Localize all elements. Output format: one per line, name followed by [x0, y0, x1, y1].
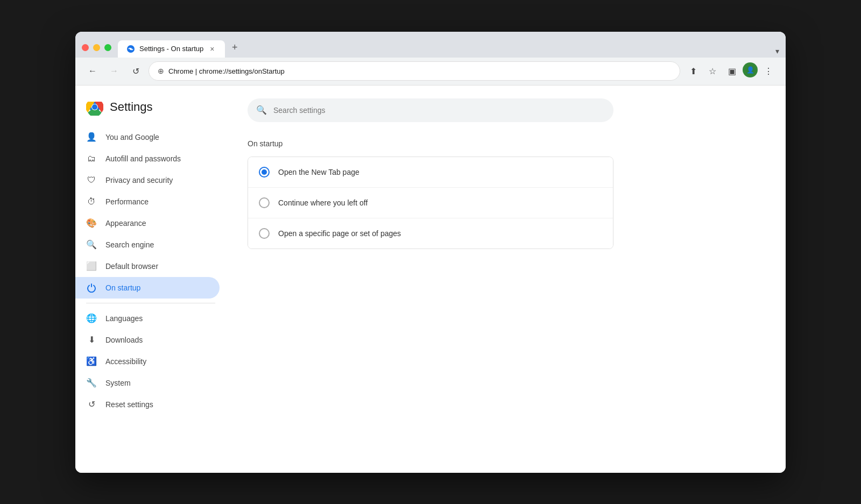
tab-dropdown-button[interactable]: ▾	[775, 47, 779, 55]
option-specific[interactable]: Open a specific page or set of pages	[248, 218, 613, 249]
sidebar-label-downloads: Downloads	[105, 336, 143, 344]
more-button[interactable]: ⋮	[760, 62, 777, 80]
power-icon	[86, 282, 97, 293]
main-content: Settings 👤 You and Google 🗂 Autofill and…	[75, 86, 786, 473]
share-button[interactable]: ⬆	[684, 62, 702, 80]
minimize-window-button[interactable]	[93, 44, 100, 51]
back-button[interactable]: ←	[84, 62, 101, 80]
sidebar-label-performance: Performance	[105, 197, 149, 206]
nav-bar: ← → ↺ ⊕ Chrome | chrome://settings/onSta…	[75, 58, 786, 86]
tab-title: Settings - On startup	[139, 45, 203, 53]
side-panel-button[interactable]: ▣	[723, 62, 740, 80]
sidebar-item-system[interactable]: 🔧 System	[75, 372, 220, 394]
reset-icon: ↺	[86, 399, 97, 410]
sidebar: Settings 👤 You and Google 🗂 Autofill and…	[75, 86, 226, 473]
sidebar-label-search-engine: Search engine	[105, 240, 154, 249]
search-icon: 🔍	[86, 239, 97, 250]
address-url: chrome://settings/onStartup	[199, 67, 285, 75]
browser-window: Settings - On startup × + ▾ ← → ↺ ⊕ Chro…	[75, 32, 786, 473]
address-text: Chrome | chrome://settings/onStartup	[168, 67, 671, 75]
nav-actions: ⬆ ☆ ▣ 👤 ⋮	[684, 62, 777, 80]
address-prefix: Chrome |	[168, 67, 199, 75]
sidebar-label-system: System	[105, 379, 131, 387]
autofill-icon: 🗂	[86, 153, 97, 164]
gauge-icon: ⏱	[86, 196, 97, 207]
sidebar-item-appearance[interactable]: 🎨 Appearance	[75, 212, 220, 234]
person-icon: 👤	[86, 132, 97, 143]
traffic-lights	[82, 44, 111, 51]
globe-icon: 🌐	[86, 313, 97, 324]
option-continue[interactable]: Continue where you left off	[248, 188, 613, 218]
accessibility-icon: ♿	[86, 356, 97, 367]
active-tab[interactable]: Settings - On startup ×	[118, 40, 225, 58]
startup-options-card: Open the New Tab page Continue where you…	[248, 157, 613, 249]
sidebar-item-autofill[interactable]: 🗂 Autofill and passwords	[75, 148, 220, 169]
sidebar-item-accessibility[interactable]: ♿ Accessibility	[75, 351, 220, 372]
section-title: On startup	[248, 139, 764, 148]
reload-button[interactable]: ↺	[127, 62, 144, 80]
new-tab-button[interactable]: +	[227, 40, 242, 55]
content-area: 🔍 On startup Open the New Tab page Conti…	[226, 86, 786, 473]
search-bar-icon: 🔍	[256, 105, 267, 115]
option-specific-label: Open a specific page or set of pages	[278, 229, 401, 238]
settings-page-title: Settings	[110, 100, 153, 114]
sidebar-item-reset[interactable]: ↺ Reset settings	[75, 394, 220, 415]
browser-icon: ⬜	[86, 261, 97, 272]
option-continue-label: Continue where you left off	[278, 198, 368, 207]
radio-inner-new-tab	[262, 169, 267, 175]
svg-point-1	[130, 48, 132, 50]
sidebar-item-downloads[interactable]: ⬇ Downloads	[75, 329, 220, 351]
sidebar-label-you-and-google: You and Google	[105, 133, 159, 141]
tab-favicon-icon	[126, 45, 135, 53]
radio-new-tab[interactable]	[259, 167, 270, 178]
shield-icon: 🛡	[86, 175, 97, 186]
sidebar-divider	[86, 303, 215, 303]
search-input[interactable]	[273, 106, 605, 115]
svg-point-5	[92, 104, 97, 110]
sidebar-label-autofill: Autofill and passwords	[105, 154, 181, 163]
sidebar-item-you-and-google[interactable]: 👤 You and Google	[75, 126, 220, 148]
sidebar-label-languages: Languages	[105, 314, 143, 323]
maximize-window-button[interactable]	[104, 44, 111, 51]
search-bar[interactable]: 🔍	[248, 98, 613, 122]
sidebar-label-appearance: Appearance	[105, 219, 146, 228]
settings-logo: Settings	[75, 94, 226, 126]
title-bar: Settings - On startup × + ▾	[75, 32, 786, 58]
sidebar-item-performance[interactable]: ⏱ Performance	[75, 191, 220, 212]
sidebar-item-languages[interactable]: 🌐 Languages	[75, 308, 220, 329]
radio-specific[interactable]	[259, 228, 270, 239]
radio-continue[interactable]	[259, 197, 270, 208]
address-bar[interactable]: ⊕ Chrome | chrome://settings/onStartup	[149, 61, 680, 81]
sidebar-label-privacy: Privacy and security	[105, 176, 173, 184]
forward-button[interactable]: →	[105, 62, 123, 80]
sidebar-item-default-browser[interactable]: ⬜ Default browser	[75, 255, 220, 277]
tab-bar: Settings - On startup × + ▾	[118, 40, 779, 58]
palette-icon: 🎨	[86, 218, 97, 229]
sidebar-item-privacy[interactable]: 🛡 Privacy and security	[75, 169, 220, 191]
bookmark-button[interactable]: ☆	[704, 62, 721, 80]
sidebar-label-accessibility: Accessibility	[105, 357, 146, 366]
option-new-tab[interactable]: Open the New Tab page	[248, 157, 613, 188]
sidebar-item-on-startup[interactable]: On startup	[75, 277, 220, 299]
close-window-button[interactable]	[82, 44, 89, 51]
tab-close-button[interactable]: ×	[208, 45, 216, 53]
sidebar-label-default-browser: Default browser	[105, 262, 158, 271]
download-icon: ⬇	[86, 335, 97, 345]
sidebar-label-on-startup: On startup	[105, 283, 140, 292]
sidebar-label-reset: Reset settings	[105, 400, 153, 409]
profile-button[interactable]: 👤	[743, 62, 758, 77]
option-new-tab-label: Open the New Tab page	[278, 168, 359, 176]
address-security-icon: ⊕	[158, 67, 164, 75]
sidebar-item-search-engine[interactable]: 🔍 Search engine	[75, 234, 220, 255]
wrench-icon: 🔧	[86, 378, 97, 388]
chrome-logo-icon	[86, 98, 103, 116]
